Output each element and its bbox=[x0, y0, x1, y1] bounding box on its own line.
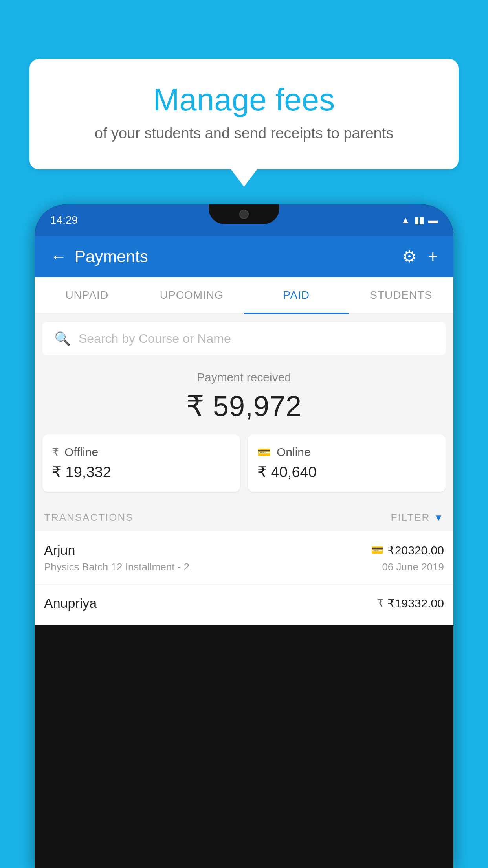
status-icons: ▲ ▮▮ ▬ bbox=[401, 215, 438, 226]
tab-unpaid[interactable]: UNPAID bbox=[35, 277, 139, 313]
transaction-top-1: Arjun 💳 ₹20320.00 bbox=[44, 542, 444, 558]
battery-icon: ▬ bbox=[428, 215, 438, 226]
header-title: Payments bbox=[75, 247, 148, 266]
filter-button[interactable]: FILTER ▼ bbox=[391, 511, 444, 524]
payment-received-label: Payment received bbox=[42, 371, 446, 384]
tab-upcoming[interactable]: UPCOMING bbox=[139, 277, 244, 313]
online-amount: ₹ 40,640 bbox=[257, 463, 436, 481]
cash-icon-2: ₹ bbox=[377, 597, 383, 609]
student-name-2: Anupriya bbox=[44, 596, 97, 611]
card-icon-1: 💳 bbox=[371, 544, 383, 556]
app-header: ← Payments ⚙ + bbox=[35, 236, 453, 277]
settings-icon[interactable]: ⚙ bbox=[402, 247, 417, 266]
tab-students[interactable]: STUDENTS bbox=[349, 277, 454, 313]
transaction-row[interactable]: Anupriya ₹ ₹19332.00 bbox=[35, 585, 453, 625]
hero-title: Manage fees bbox=[49, 83, 439, 117]
transaction-amount-1: 💳 ₹20320.00 bbox=[371, 543, 444, 557]
wifi-icon: ▲ bbox=[401, 215, 410, 226]
hero-subtitle: of your students and send receipts to pa… bbox=[49, 125, 439, 142]
status-time: 14:29 bbox=[50, 214, 78, 226]
offline-card: ₹ Offline ₹ 19,332 bbox=[42, 434, 240, 492]
online-label: Online bbox=[277, 445, 311, 459]
phone-content: 🔍 Search by Course or Name Payment recei… bbox=[35, 314, 453, 625]
transactions-label: TRANSACTIONS bbox=[44, 511, 134, 524]
search-icon: 🔍 bbox=[54, 331, 71, 346]
search-bar[interactable]: 🔍 Search by Course or Name bbox=[42, 322, 446, 355]
camera-dot bbox=[239, 210, 249, 219]
transaction-date-1: 06 June 2019 bbox=[382, 561, 444, 573]
hero-card: Manage fees of your students and send re… bbox=[29, 59, 459, 169]
header-right: ⚙ + bbox=[402, 247, 438, 266]
back-button[interactable]: ← bbox=[50, 247, 67, 266]
phone-frame: 14:29 ▲ ▮▮ ▬ ← Payments ⚙ + UNPAID UPCOM… bbox=[35, 204, 453, 868]
tab-paid[interactable]: PAID bbox=[244, 277, 349, 313]
offline-icon: ₹ bbox=[52, 446, 59, 459]
transaction-amount-2: ₹ ₹19332.00 bbox=[377, 596, 444, 610]
status-bar: 14:29 ▲ ▮▮ ▬ bbox=[35, 204, 453, 236]
offline-label: Offline bbox=[64, 445, 98, 459]
filter-text: FILTER bbox=[391, 511, 430, 524]
header-left: ← Payments bbox=[50, 247, 148, 266]
signal-icon: ▮▮ bbox=[414, 215, 424, 226]
filter-icon: ▼ bbox=[434, 512, 444, 523]
payment-total-amount: ₹ 59,972 bbox=[42, 390, 446, 423]
transaction-bottom-1: Physics Batch 12 Installment - 2 06 June… bbox=[44, 561, 444, 573]
notch bbox=[209, 204, 279, 224]
course-info-1: Physics Batch 12 Installment - 2 bbox=[44, 561, 189, 573]
tabs-bar: UNPAID UPCOMING PAID STUDENTS bbox=[35, 277, 453, 314]
payment-summary: Payment received ₹ 59,972 bbox=[35, 355, 453, 434]
search-placeholder-text: Search by Course or Name bbox=[79, 331, 231, 346]
student-name-1: Arjun bbox=[44, 542, 75, 558]
payment-cards: ₹ Offline ₹ 19,332 💳 Online ₹ 40,640 bbox=[35, 434, 453, 504]
online-card-top: 💳 Online bbox=[257, 445, 436, 459]
transactions-header: TRANSACTIONS FILTER ▼ bbox=[35, 504, 453, 531]
online-icon: 💳 bbox=[257, 446, 271, 459]
transaction-top-2: Anupriya ₹ ₹19332.00 bbox=[44, 596, 444, 611]
add-icon[interactable]: + bbox=[428, 247, 438, 266]
offline-card-top: ₹ Offline bbox=[52, 445, 231, 459]
online-card: 💳 Online ₹ 40,640 bbox=[248, 434, 446, 492]
transaction-row[interactable]: Arjun 💳 ₹20320.00 Physics Batch 12 Insta… bbox=[35, 531, 453, 585]
offline-amount: ₹ 19,332 bbox=[52, 463, 231, 481]
